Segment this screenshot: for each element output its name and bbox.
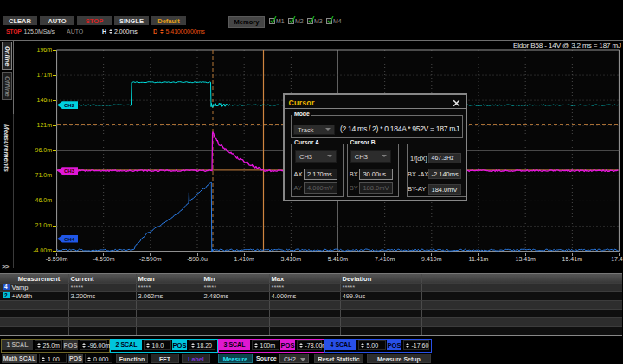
svg-text:CH2: CH2 (64, 103, 75, 108)
svg-text:CH3: CH3 (64, 169, 75, 174)
svg-text:CH4: CH4 (64, 237, 75, 242)
